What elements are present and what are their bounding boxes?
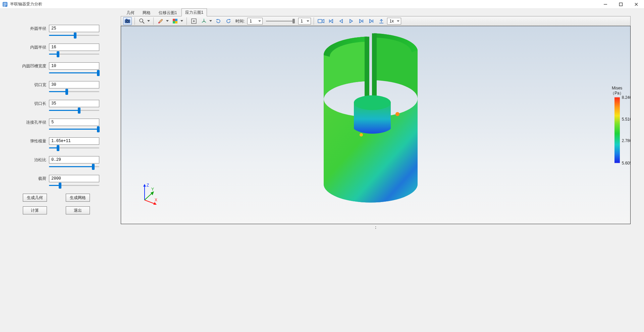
svg-rect-13: [175, 19, 177, 21]
parameter-panel: 外圆半径 内圆半径 内圆凹槽宽度 切口宽: [0, 9, 121, 283]
time-select[interactable]: 1: [247, 18, 263, 24]
color-dropdown-icon[interactable]: [180, 20, 183, 22]
param-slider-2[interactable]: [49, 70, 99, 75]
param-slider-6[interactable]: [49, 145, 99, 150]
svg-rect-8: [126, 19, 127, 20]
tab-bar: 几何网格位移云图1应力云图1: [121, 9, 631, 16]
param-label: 弹性模量: [20, 138, 46, 144]
param-input-8[interactable]: [49, 175, 99, 182]
param-slider-1[interactable]: [49, 52, 99, 56]
minimize-button[interactable]: [598, 0, 613, 9]
svg-point-23: [395, 112, 399, 116]
axis-dropdown-icon[interactable]: [209, 20, 212, 22]
legend-tick: 5.516e+06: [622, 117, 631, 121]
legend-tick: 8.246e+06: [622, 95, 631, 100]
param-label: 内圆凹槽宽度: [20, 63, 46, 69]
param-label: 载荷: [20, 176, 46, 182]
svg-text:Y: Y: [151, 187, 154, 192]
param-input-5[interactable]: [49, 119, 99, 126]
fea-model: [304, 32, 448, 210]
generate-geometry-button[interactable]: 生成几何: [23, 194, 47, 202]
svg-rect-21: [372, 34, 377, 104]
color-cube-icon[interactable]: [171, 17, 179, 25]
svg-text:Z: Z: [147, 183, 149, 188]
time-slider[interactable]: [266, 18, 295, 24]
brush-icon[interactable]: [156, 17, 165, 25]
svg-text:X: X: [155, 198, 157, 202]
param-label: 连接孔半径: [20, 120, 46, 125]
time-label: 时间:: [235, 18, 245, 24]
legend-tick: 2.786e+06: [622, 138, 631, 143]
svg-point-11: [158, 22, 160, 23]
param-input-3[interactable]: [49, 81, 99, 88]
param-slider-0[interactable]: [49, 33, 99, 38]
last-frame-icon[interactable]: [367, 17, 376, 25]
param-input-0[interactable]: [49, 25, 99, 32]
compute-button[interactable]: 计算: [23, 206, 47, 214]
param-slider-4[interactable]: [49, 108, 99, 113]
param-label: 泊松比: [20, 157, 46, 163]
exit-button[interactable]: 退出: [66, 206, 90, 214]
window-title: 半联轴器受力分析: [10, 1, 42, 7]
tab-1[interactable]: 网格: [139, 9, 154, 16]
param-input-1[interactable]: [49, 44, 99, 51]
record-icon[interactable]: [317, 17, 325, 25]
generate-mesh-button[interactable]: 生成网格: [66, 194, 90, 202]
tab-2[interactable]: 位移云图1: [155, 9, 181, 16]
title-bar: 半联轴器受力分析: [0, 0, 644, 9]
frame-select[interactable]: 1: [298, 18, 311, 24]
legend-title: Mises: [610, 86, 624, 90]
maximize-button[interactable]: [613, 0, 629, 9]
svg-rect-20: [365, 37, 369, 104]
svg-point-9: [140, 19, 143, 22]
zoom-icon[interactable]: [138, 17, 146, 25]
axis-toggle-icon[interactable]: [200, 17, 208, 25]
svg-rect-2: [620, 3, 623, 6]
app-icon: [2, 1, 8, 7]
param-label: 内圆半径: [20, 45, 46, 50]
color-legend: Mises （Pa） 8.246e+065.516e+062.786e+065.…: [610, 86, 624, 164]
svg-point-24: [360, 133, 363, 137]
param-label: 切口长: [20, 101, 46, 107]
param-input-6[interactable]: [49, 137, 99, 145]
camera-icon[interactable]: [123, 17, 132, 25]
fit-view-icon[interactable]: [190, 17, 198, 25]
svg-rect-15: [175, 21, 177, 23]
svg-rect-18: [318, 19, 322, 23]
close-button[interactable]: [629, 0, 644, 9]
svg-rect-14: [173, 21, 175, 23]
tab-3[interactable]: 应力云图1: [181, 8, 207, 16]
param-slider-8[interactable]: [49, 183, 99, 188]
param-label: 切口宽: [20, 82, 46, 88]
tab-0[interactable]: 几何: [123, 9, 138, 16]
param-slider-5[interactable]: [49, 127, 99, 131]
param-slider-3[interactable]: [49, 89, 99, 94]
first-frame-icon[interactable]: [327, 17, 335, 25]
param-input-2[interactable]: [49, 62, 99, 70]
speed-select[interactable]: 1x: [387, 18, 401, 24]
svg-line-10: [143, 22, 144, 23]
param-input-4[interactable]: [49, 100, 99, 107]
param-input-7[interactable]: [49, 156, 99, 163]
svg-point-22: [354, 95, 391, 110]
rotate-ccw-icon[interactable]: [214, 17, 223, 25]
legend-tick: 5.605e+04: [622, 161, 631, 165]
prev-frame-icon[interactable]: [337, 17, 345, 25]
export-icon[interactable]: [377, 17, 386, 25]
brush-dropdown-icon[interactable]: [166, 20, 169, 22]
svg-rect-12: [173, 19, 175, 21]
viewport-toolbar: 时间: 1 1 1x: [121, 16, 631, 26]
param-slider-7[interactable]: [49, 164, 99, 169]
svg-line-29: [145, 193, 153, 200]
play-icon[interactable]: [347, 17, 356, 25]
svg-point-7: [127, 21, 128, 22]
next-frame-icon[interactable]: [357, 17, 366, 25]
axis-triad: Z X Y: [138, 183, 161, 207]
svg-point-17: [204, 21, 205, 22]
3d-viewport[interactable]: Z X Y Mises （Pa） 8.246e+065.516e+062.786…: [121, 26, 631, 224]
status-bar: :: [121, 224, 631, 231]
zoom-dropdown-icon[interactable]: [147, 20, 150, 22]
param-label: 外圆半径: [20, 26, 46, 31]
rotate-cw-icon[interactable]: [224, 17, 233, 25]
svg-line-27: [145, 200, 155, 204]
